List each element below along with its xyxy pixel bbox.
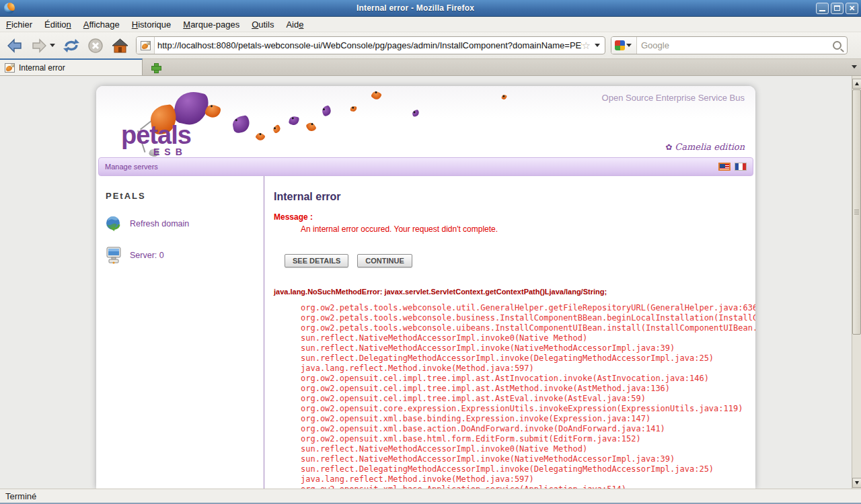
sidebar-item-label: Refresh domain xyxy=(130,219,189,228)
forward-icon xyxy=(31,38,47,54)
reload-button[interactable] xyxy=(62,36,81,55)
stack-line: org.ow2.opensuit.cel.impl.tree.impl.ast.… xyxy=(274,384,755,394)
page-header: petals ESB Open Source Enterprise Servic… xyxy=(96,86,755,157)
see-details-button[interactable]: SEE DETAILS xyxy=(285,254,348,267)
menu-historique[interactable]: Historique xyxy=(126,18,178,31)
stack-line: org.ow2.petals.tools.webconsole.business… xyxy=(274,313,755,323)
search-engine-selector[interactable] xyxy=(611,37,637,54)
google-icon xyxy=(615,40,625,50)
french-flag-icon[interactable] xyxy=(735,163,747,171)
stack-line: org.ow2.opensuit.xml.base.html.form.Edit… xyxy=(274,434,755,444)
vertical-scrollbar[interactable] xyxy=(852,76,861,489)
english-flag-icon[interactable] xyxy=(718,163,731,171)
forward-button[interactable] xyxy=(30,36,48,55)
sidebar: PEtALS Refresh domain xyxy=(96,176,264,489)
menu-marque-pages[interactable]: Marque-pages xyxy=(177,18,246,31)
search-bar[interactable]: Google xyxy=(611,36,848,54)
back-icon xyxy=(7,38,23,54)
search-engine-dropdown-icon[interactable] xyxy=(626,44,632,50)
petal-decoration xyxy=(231,115,251,134)
sidebar-title: PEtALS xyxy=(106,191,264,201)
stack-line: org.ow2.petals.tools.webconsole.uibeans.… xyxy=(274,323,755,333)
petal-decoration xyxy=(371,89,383,101)
status-text: Terminé xyxy=(0,491,36,501)
url-bar[interactable]: http://localhost:8080/petals-webconsole-… xyxy=(136,36,605,54)
scroll-down-button[interactable] xyxy=(852,478,861,488)
globe-refresh-icon xyxy=(106,216,122,232)
sidebar-item-server[interactable]: Server: 0 xyxy=(106,247,264,264)
header-tagline: Open Source Enterprise Service Bus xyxy=(602,93,745,103)
plus-icon xyxy=(151,63,160,72)
message-text: An internal error occured. Your request … xyxy=(274,224,755,234)
stack-line: org.ow2.opensuit.cel.impl.tree.impl.ast.… xyxy=(274,394,755,404)
petal-decoration xyxy=(305,121,317,132)
stack-line: org.ow2.opensuit.xml.base.binding.Expres… xyxy=(274,414,755,424)
flower-icon: ✿ xyxy=(665,142,672,152)
menu-outils[interactable]: Outils xyxy=(246,18,280,31)
petal-decoration xyxy=(255,131,266,142)
new-tab-button[interactable] xyxy=(148,60,163,74)
menu-fichier[interactable]: Fichier xyxy=(0,18,38,31)
menu-affichage[interactable]: Affichage xyxy=(77,18,126,31)
manage-servers-bar: Manage servers xyxy=(98,157,753,176)
scrollbar-thumb[interactable] xyxy=(852,89,861,335)
manage-servers-link[interactable]: Manage servers xyxy=(99,163,158,171)
stack-line: org.ow2.opensuit.xml.base.action.DoAndFo… xyxy=(274,424,755,434)
reload-icon xyxy=(63,38,80,54)
arrow-up-icon xyxy=(855,80,859,85)
navigation-toolbar: http://localhost:8080/petals-webconsole-… xyxy=(0,32,861,59)
status-bar: Terminé xyxy=(0,489,861,504)
home-button[interactable] xyxy=(110,36,129,55)
stop-icon xyxy=(87,38,104,54)
scroll-up-button[interactable] xyxy=(852,79,861,89)
menu-aide[interactable]: Aide xyxy=(280,18,309,31)
scrollbar-grip xyxy=(854,210,859,215)
page-card: petals ESB Open Source Enterprise Servic… xyxy=(96,86,755,489)
history-dropdown-icon[interactable] xyxy=(50,44,55,50)
tab-internal-error[interactable]: Internal error xyxy=(0,58,143,75)
logo-subtext: ESB xyxy=(153,146,187,157)
arrow-down-icon xyxy=(855,481,859,487)
minimize-button[interactable] xyxy=(816,3,829,14)
stack-line: sun.reflect.NativeMethodAccessorImpl.inv… xyxy=(274,333,755,343)
petal-decoration xyxy=(350,106,357,112)
stop-button[interactable] xyxy=(86,36,105,55)
stack-line: sun.reflect.NativeMethodAccessorImpl.inv… xyxy=(274,454,755,464)
stack-trace: org.ow2.petals.tools.webconsole.util.Gen… xyxy=(274,303,755,489)
stack-line: java.lang.reflect.Method.invoke(Method.j… xyxy=(274,364,755,374)
continue-button[interactable]: CONTINUE xyxy=(357,254,412,267)
close-button[interactable]: ✕ xyxy=(846,3,858,14)
petal-decoration xyxy=(501,94,507,100)
menu-bar: Fichier Édition Affichage Historique Mar… xyxy=(0,17,861,32)
stack-line: java.lang.reflect.Method.invoke(Method.j… xyxy=(274,474,755,485)
sidebar-item-label: Server: 0 xyxy=(130,251,164,260)
stack-line: org.ow2.opensuit.cel.impl.tree.impl.ast.… xyxy=(274,374,755,384)
petals-logo: petals ESB xyxy=(121,87,222,157)
search-input[interactable]: Google xyxy=(637,40,833,50)
petal-decoration xyxy=(321,105,332,117)
firefox-icon xyxy=(4,3,15,13)
stack-line: sun.reflect.NativeMethodAccessorImpl.inv… xyxy=(274,444,755,454)
menu-edition[interactable]: Édition xyxy=(38,18,77,31)
edition-label: ✿ Camelia edition xyxy=(665,142,745,152)
home-icon xyxy=(112,38,128,54)
petal-decoration xyxy=(272,124,282,134)
url-dropdown-icon[interactable] xyxy=(595,44,600,50)
search-icon[interactable] xyxy=(833,41,841,50)
url-text[interactable]: http://localhost:8080/petals-webconsole-… xyxy=(155,40,582,50)
maximize-button[interactable] xyxy=(831,3,844,14)
window-titlebar: Internal error - Mozilla Firefox ✕ xyxy=(0,0,861,17)
server-icon xyxy=(106,247,122,264)
tab-list-dropdown-icon[interactable] xyxy=(852,65,857,71)
logo-text: petals xyxy=(121,122,191,148)
back-button[interactable] xyxy=(5,36,24,55)
main-content: Internal error Message : An internal err… xyxy=(264,176,755,489)
window-title: Internal error - Mozilla Firefox xyxy=(15,3,816,13)
stack-line: org.ow2.opensuit.core.expression.Express… xyxy=(274,404,755,414)
bookmark-star-icon[interactable]: ☆ xyxy=(582,40,591,52)
page-title: Internal error xyxy=(274,191,755,203)
exception-title: java.lang.NoSuchMethodError: javax.servl… xyxy=(274,288,755,296)
petal-decoration xyxy=(289,115,300,126)
sidebar-item-refresh-domain[interactable]: Refresh domain xyxy=(106,216,264,232)
tab-label: Internal error xyxy=(19,63,65,73)
